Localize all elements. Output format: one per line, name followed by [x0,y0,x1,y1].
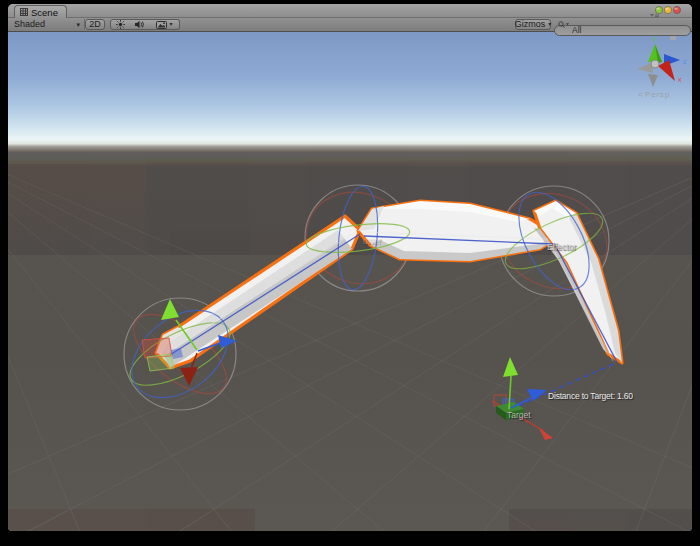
window-button-green[interactable] [655,6,662,13]
image-effects-icon [156,21,167,29]
view-gizmo-x-label: x [678,76,682,83]
gizmos-label: Gizmos [515,19,546,30]
projection-label[interactable]: Persp [645,90,670,99]
scene-tab-label: Scene [31,7,58,18]
chevron-down-icon: ▾ [169,19,172,30]
bone-label-partial: ower [363,236,382,246]
view-gizmo-hub[interactable] [651,60,659,68]
scene-viewport[interactable]: ower Effector Target Distance to Target:… [8,32,692,531]
audio-toggle-button[interactable] [130,19,151,30]
search-field-wrap [554,19,691,30]
target-label: Target [507,410,531,420]
sun-icon [116,20,125,29]
window-button-yellow[interactable] [664,6,671,13]
tab-scene[interactable]: Scene [14,5,67,18]
search-input[interactable] [554,25,691,36]
chevron-down-icon: ▾ [548,19,551,30]
render-mode-label: Shaded [14,19,45,30]
render-mode-dropdown[interactable]: Shaded ▾ [10,19,85,30]
distance-readout: Distance to Target: 1.60 [548,391,633,401]
lighting-toggle-button[interactable] [110,19,131,30]
gizmos-dropdown[interactable]: Gizmos ▾ [515,19,551,30]
effects-toggle-button[interactable]: ▾ [150,19,180,30]
view-gizmo-z-label: z [683,58,687,65]
speaker-icon [135,20,145,29]
scene-view-window: Scene Shaded ▾ 2D [8,4,692,531]
tab-bar: Scene [8,4,692,18]
gizmo-lock-icon[interactable] [670,35,676,40]
effector-label: Effector [547,242,576,252]
view-gizmo-y-label: Y [652,36,657,43]
screenshot-frame: Scene Shaded ▾ 2D [0,0,700,546]
window-button-red[interactable] [673,6,680,13]
toggle-2d-button[interactable]: 2D [85,19,105,30]
base-plane-handle-y[interactable] [147,354,174,371]
scene-toolbar: Shaded ▾ 2D [8,18,692,32]
base-plane-handle-z[interactable] [171,348,183,359]
chevron-down-icon: ▾ [76,19,84,30]
scene-tab-grid-icon [20,8,28,16]
projection-arrow: < [638,90,643,99]
